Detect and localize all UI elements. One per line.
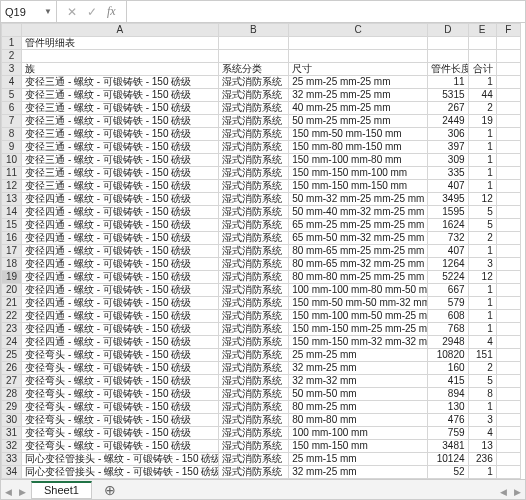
cell[interactable]: 236 — [468, 453, 496, 466]
cell[interactable]: 湿式消防系统 — [218, 89, 289, 102]
cell[interactable]: 150 mm-150 mm — [289, 440, 428, 453]
cell[interactable]: 湿式消防系统 — [218, 362, 289, 375]
cell[interactable]: 2 — [468, 102, 496, 115]
cell[interactable]: 变径四通 - 螺纹 - 可锻铸铁 - 150 磅级 — [22, 323, 219, 336]
cell[interactable]: 湿式消防系统 — [218, 401, 289, 414]
cell[interactable]: 5 — [468, 219, 496, 232]
cell[interactable]: 52 — [428, 466, 468, 479]
cell[interactable]: 150 mm-80 mm-150 mm — [289, 141, 428, 154]
cell[interactable]: 变径弯头 - 螺纹 - 可锻铸铁 - 150 磅级 — [22, 388, 219, 401]
row-header[interactable]: 2 — [2, 50, 22, 63]
cell[interactable]: 100 mm-100 mm-80 mm-50 mm — [289, 284, 428, 297]
cell[interactable]: 50 mm-50 mm — [289, 388, 428, 401]
col-header-F[interactable]: F — [496, 24, 520, 37]
cell[interactable]: 25 mm-25 mm-25 mm — [289, 76, 428, 89]
cell[interactable]: 32 mm-32 mm — [289, 375, 428, 388]
cell[interactable]: 2 — [468, 232, 496, 245]
row-header[interactable]: 21 — [2, 297, 22, 310]
sheet-tab[interactable]: Sheet1 — [31, 481, 92, 499]
cell[interactable]: 5315 — [428, 89, 468, 102]
cell[interactable]: 11 — [428, 76, 468, 89]
cell[interactable]: 湿式消防系统 — [218, 167, 289, 180]
cell[interactable]: 407 — [428, 245, 468, 258]
cell[interactable]: 32 mm-25 mm — [289, 362, 428, 375]
row-header[interactable]: 28 — [2, 388, 22, 401]
row-header[interactable]: 15 — [2, 219, 22, 232]
cell[interactable]: 变径弯头 - 螺纹 - 可锻铸铁 - 150 磅级 — [22, 427, 219, 440]
cell[interactable]: 湿式消防系统 — [218, 336, 289, 349]
cell[interactable]: 3495 — [428, 193, 468, 206]
cell[interactable]: 2948 — [428, 336, 468, 349]
cell[interactable]: 50 mm-40 mm-32 mm-25 mm — [289, 206, 428, 219]
cell[interactable]: 湿式消防系统 — [218, 154, 289, 167]
cell[interactable]: 变径弯头 - 螺纹 - 可锻铸铁 - 150 磅级 — [22, 362, 219, 375]
cell[interactable]: 湿式消防系统 — [218, 453, 289, 466]
cell[interactable]: 407 — [428, 180, 468, 193]
cell[interactable]: 变径三通 - 螺纹 - 可锻铸铁 - 150 磅级 — [22, 141, 219, 154]
cell[interactable]: 湿式消防系统 — [218, 141, 289, 154]
cell[interactable]: 变径四通 - 螺纹 - 可锻铸铁 - 150 磅级 — [22, 297, 219, 310]
col-header-D[interactable]: D — [428, 24, 468, 37]
cell[interactable]: 80 mm-80 mm — [289, 414, 428, 427]
cell[interactable]: 同心变径管接头 - 螺纹 - 可锻铸铁 - 150 磅级 — [22, 466, 219, 479]
cell[interactable]: 1 — [468, 76, 496, 89]
cell[interactable]: 309 — [428, 154, 468, 167]
cell[interactable]: 1 — [468, 284, 496, 297]
row-header[interactable]: 17 — [2, 245, 22, 258]
cell[interactable]: 湿式消防系统 — [218, 466, 289, 479]
row-header[interactable]: 7 — [2, 115, 22, 128]
cell[interactable]: 150 mm-150 mm-25 mm-25 mm — [289, 323, 428, 336]
cell[interactable]: 1 — [468, 154, 496, 167]
cell[interactable]: 5224 — [428, 271, 468, 284]
cell[interactable]: 13 — [468, 440, 496, 453]
cell[interactable]: 变径四通 - 螺纹 - 可锻铸铁 - 150 磅级 — [22, 232, 219, 245]
cell[interactable]: 50 mm-25 mm-25 mm — [289, 115, 428, 128]
cell[interactable]: 2449 — [428, 115, 468, 128]
row-header[interactable]: 22 — [2, 310, 22, 323]
hdr[interactable]: 合计 — [468, 63, 496, 76]
cell[interactable]: 1 — [468, 466, 496, 479]
cell[interactable]: 25 mm-15 mm — [289, 453, 428, 466]
cell[interactable]: 变径三通 - 螺纹 - 可锻铸铁 - 150 磅级 — [22, 76, 219, 89]
row-header[interactable]: 1 — [2, 37, 22, 50]
cell[interactable]: 1 — [468, 297, 496, 310]
cell[interactable]: 80 mm-80 mm-25 mm-25 mm — [289, 271, 428, 284]
cell[interactable]: 768 — [428, 323, 468, 336]
cell[interactable]: 湿式消防系统 — [218, 297, 289, 310]
cell[interactable]: 130 — [428, 401, 468, 414]
cell[interactable]: 5 — [468, 375, 496, 388]
row-header[interactable]: 9 — [2, 141, 22, 154]
cell[interactable]: 80 mm-25 mm — [289, 401, 428, 414]
cell[interactable]: 12 — [468, 193, 496, 206]
cell[interactable]: 10820 — [428, 349, 468, 362]
col-header-E[interactable]: E — [468, 24, 496, 37]
row-header[interactable]: 6 — [2, 102, 22, 115]
row-header[interactable]: 30 — [2, 414, 22, 427]
cell[interactable]: 变径四通 - 螺纹 - 可锻铸铁 - 150 磅级 — [22, 193, 219, 206]
cell[interactable]: 8 — [468, 388, 496, 401]
cell[interactable]: 湿式消防系统 — [218, 310, 289, 323]
cell[interactable]: 变径四通 - 螺纹 - 可锻铸铁 - 150 磅级 — [22, 206, 219, 219]
col-header-C[interactable]: C — [289, 24, 428, 37]
cell[interactable]: 150 mm-50 mm-50 mm-32 mm — [289, 297, 428, 310]
cell[interactable]: 3 — [468, 414, 496, 427]
cell[interactable]: 100 mm-100 mm — [289, 427, 428, 440]
cell[interactable]: 变径四通 - 螺纹 - 可锻铸铁 - 150 磅级 — [22, 245, 219, 258]
row-header[interactable]: 12 — [2, 180, 22, 193]
cell[interactable]: 湿式消防系统 — [218, 388, 289, 401]
cell[interactable]: 65 mm-25 mm-25 mm-25 mm — [289, 219, 428, 232]
cell[interactable]: 32 mm-25 mm-25 mm — [289, 89, 428, 102]
cell[interactable]: 湿式消防系统 — [218, 271, 289, 284]
cell[interactable]: 1 — [468, 180, 496, 193]
cell[interactable]: 变径三通 - 螺纹 - 可锻铸铁 - 150 磅级 — [22, 128, 219, 141]
row-header[interactable]: 32 — [2, 440, 22, 453]
cell[interactable]: 变径四通 - 螺纹 - 可锻铸铁 - 150 磅级 — [22, 310, 219, 323]
cell[interactable]: 湿式消防系统 — [218, 375, 289, 388]
cell[interactable]: 32 mm-25 mm — [289, 466, 428, 479]
row-header[interactable]: 24 — [2, 336, 22, 349]
cell[interactable]: 1 — [468, 167, 496, 180]
row-header[interactable]: 10 — [2, 154, 22, 167]
cell[interactable]: 608 — [428, 310, 468, 323]
cell[interactable]: 湿式消防系统 — [218, 76, 289, 89]
cell[interactable]: 2 — [468, 362, 496, 375]
